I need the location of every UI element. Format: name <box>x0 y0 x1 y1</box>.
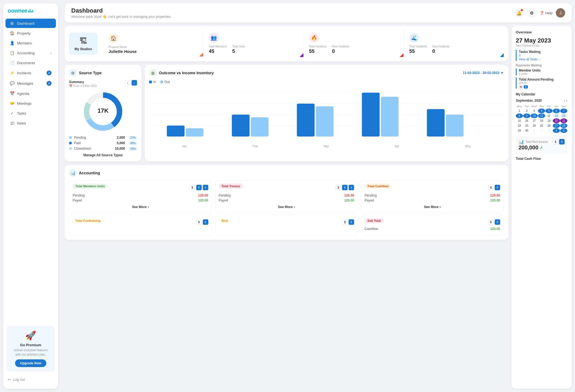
acct-prev-3[interactable]: $ <box>488 185 494 190</box>
cal-day-20[interactable]: 20 <box>553 118 560 123</box>
sidebar-item-accounting[interactable]: 📋 Accounting › <box>5 48 56 58</box>
cal-day-28[interactable]: 28 <box>560 123 567 128</box>
acct-prev-2[interactable]: $ <box>335 185 341 190</box>
cal-day-14[interactable]: 14 <box>560 113 567 118</box>
cal-day-next-4[interactable]: 4 <box>553 128 560 133</box>
cal-day-8[interactable]: 8 <box>516 113 523 118</box>
acct-next-3[interactable]: € <box>495 185 500 190</box>
notification-button[interactable]: 🔔 <box>514 8 524 18</box>
prev-ctrl-btn[interactable]: ‹ <box>125 80 130 86</box>
cal-day-24[interactable]: 24 <box>531 123 538 128</box>
avatar[interactable]: J <box>556 8 565 18</box>
cal-prev-button[interactable]: ‹ <box>564 98 565 103</box>
manage-all-button[interactable]: Manage All Source Types <box>69 153 137 157</box>
acct-add-2[interactable]: + <box>349 185 354 190</box>
cal-day-22[interactable]: 22 <box>516 123 523 128</box>
sidebar-item-dashboard[interactable]: ⊞ Dashboard <box>5 19 56 28</box>
cal-day-5[interactable]: 5 <box>545 109 553 113</box>
cal-day-17[interactable]: 17 <box>531 118 538 123</box>
cal-day-16[interactable]: 16 <box>523 118 530 123</box>
sidebar-item-meetings[interactable]: 🤝 Meetings <box>5 99 56 108</box>
sidebar-item-label: Agenda <box>17 92 29 96</box>
help-button[interactable]: ❓ Help <box>540 11 553 15</box>
cal-day-26[interactable]: 26 <box>545 123 553 128</box>
logout-button[interactable]: ↩ Log out <box>3 375 58 384</box>
sidebar-item-tasks[interactable]: ✓ Tasks <box>5 109 56 118</box>
sidebar-item-members[interactable]: 👤 Members <box>5 38 56 48</box>
pending-amount-3: 120.00 <box>490 194 500 197</box>
cal-day-next-3[interactable]: 3 <box>545 128 553 133</box>
header-left: Dashboard Welcome back Józef 👋. Let's ge… <box>71 7 171 19</box>
cal-day-6[interactable]: 6 <box>553 109 560 113</box>
messages-icon: 💬 <box>10 81 14 86</box>
acct-next-5[interactable]: € <box>349 219 354 225</box>
my-studios-card[interactable]: 🏗 My Studios <box>69 33 98 55</box>
upgrade-button[interactable]: Upgrade Now <box>15 359 46 367</box>
sidebar-item-messages[interactable]: 💬 Messages 0 <box>5 78 56 88</box>
sidebar-item-property[interactable]: 🏠 Property <box>5 29 56 38</box>
property-name-card[interactable]: 🏠 Property Name Juliette House <box>103 31 203 56</box>
members-badge-corner <box>300 53 303 57</box>
cal-day-10[interactable]: 10 <box>531 113 538 118</box>
chevron-right-icon-2: › <box>294 205 295 209</box>
incidents-badge-corner-2 <box>500 53 504 57</box>
members-units-card[interactable]: 👥 Total Members 45 Total Units 5 <box>203 30 304 57</box>
cal-day-30[interactable]: 30 <box>523 128 530 133</box>
acct-prev-5[interactable]: $ <box>342 219 348 225</box>
cal-day-11[interactable]: 11 <box>538 113 545 118</box>
incidents-icon: ⚡ <box>10 71 14 75</box>
cal-day-29[interactable]: 29 <box>516 128 523 133</box>
acct-prev-4[interactable]: $ <box>196 219 202 225</box>
cal-day-1[interactable]: 1 <box>516 109 523 113</box>
cal-day-next-5[interactable]: 5 <box>560 128 567 133</box>
cal-day-19[interactable]: 19 <box>545 118 553 123</box>
cal-day-next-2[interactable]: 2 <box>538 128 545 133</box>
next-ctrl-btn[interactable]: › <box>132 80 137 86</box>
cal-next-button[interactable]: › <box>566 98 567 103</box>
new-incidents-label-2: New Incidents <box>432 45 449 48</box>
view-all-tasks-button[interactable]: View all Tasks → <box>519 58 567 61</box>
see-more-2[interactable]: See More › <box>219 205 354 209</box>
tasks-waiting-title: Tasks Waiting <box>519 50 567 54</box>
cal-day-next-1[interactable]: 1 <box>531 128 538 133</box>
acct-prev-6[interactable]: $ <box>488 219 494 225</box>
cal-day-27[interactable]: 27 <box>553 123 560 128</box>
incidents-card-2[interactable]: 🌊 Total Incidents 55 New Incidents 0 <box>404 30 504 57</box>
cal-day-2[interactable]: 2 <box>523 109 530 113</box>
legend-paid: Paid 5,000 40% <box>69 141 137 145</box>
settings-button[interactable]: ⚙ <box>527 8 536 18</box>
see-more-3[interactable]: See More › <box>365 205 500 209</box>
acct-next-2[interactable]: € <box>342 185 348 190</box>
date-range-selector[interactable]: 11-02-2023 - 30-02-2023 ▼ <box>463 71 504 75</box>
acct-next-6[interactable]: € <box>495 219 500 225</box>
cal-day-9[interactable]: 9 <box>523 113 530 118</box>
cal-day-25[interactable]: 25 <box>538 123 545 128</box>
sidebar-item-news[interactable]: 📰 News <box>5 118 56 128</box>
sidebar-item-documents[interactable]: 📄 Documents <box>5 58 56 67</box>
cal-day-12[interactable]: 12 <box>545 113 553 118</box>
source-type-title: Source Type <box>79 71 102 75</box>
rent-dollar-btn[interactable]: $ <box>553 139 558 144</box>
cal-day-7[interactable]: 7 <box>560 109 567 113</box>
see-more-1[interactable]: See More › <box>73 205 208 209</box>
sidebar-item-incidents[interactable]: ⚡ Incidents 0 <box>5 68 56 78</box>
cal-day-3[interactable]: 3 <box>531 109 538 113</box>
acct-add-1[interactable]: + <box>203 185 208 190</box>
svg-rect-14 <box>316 106 334 137</box>
acct-prev-1[interactable]: $ <box>190 185 195 190</box>
cal-day-23[interactable]: 23 <box>523 123 530 128</box>
accounting-header: 📊 Accounting <box>69 169 504 177</box>
cal-day-13[interactable]: 13 <box>553 113 560 118</box>
rent-euro-btn[interactable]: € <box>559 139 565 144</box>
members-icon: 👥 <box>209 33 219 43</box>
cal-day-18[interactable]: 18 <box>538 118 545 123</box>
sidebar-item-agenda[interactable]: 📅 Agenda <box>5 89 56 98</box>
cal-day-21[interactable]: 21 <box>560 118 567 123</box>
cal-day-4[interactable]: 4 <box>538 109 545 113</box>
accounting-section: 📊 Accounting Total Members Units $ € + <box>65 165 508 240</box>
cal-day-15[interactable]: 15 <box>516 118 523 123</box>
incidents-card[interactable]: 🔥 Total Incidents 55 New Incidents 0 <box>304 30 404 57</box>
calendar-grid: Mon Tue Wed Thu Fri Sat Sun 1 2 3 4 5 6 … <box>516 104 567 133</box>
acct-next-4[interactable]: € <box>203 219 208 225</box>
acct-next-1[interactable]: € <box>196 185 202 190</box>
